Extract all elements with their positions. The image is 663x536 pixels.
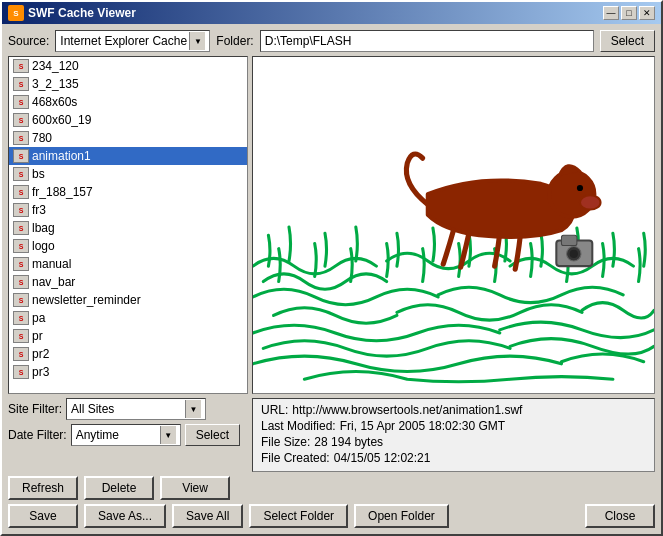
svg-point-2 <box>580 195 601 209</box>
svg-point-7 <box>570 250 578 258</box>
filter-select-button[interactable]: Select <box>185 424 240 446</box>
file-list: S234_120S3_2_135S468x60sS600x60_19S780Sa… <box>8 56 248 394</box>
save-all-button[interactable]: Save All <box>172 504 243 528</box>
date-filter-dropdown[interactable]: Anytime ▼ <box>71 424 181 446</box>
filters-info-area: Site Filter: All Sites ▼ Date Filter: An… <box>8 398 655 472</box>
source-dropdown-arrow: ▼ <box>189 32 205 50</box>
list-item[interactable]: S600x60_19 <box>9 111 247 129</box>
list-item-label: pa <box>32 311 45 325</box>
list-item-label: pr <box>32 329 43 343</box>
info-column: URL: http://www.browsertools.net/animati… <box>252 398 655 472</box>
list-item[interactable]: Sbs <box>9 165 247 183</box>
modified-row: Last Modified: Fri, 15 Apr 2005 18:02:30… <box>261 419 646 433</box>
list-item-label: pr2 <box>32 347 49 361</box>
close-button[interactable]: Close <box>585 504 655 528</box>
list-item[interactable]: S234_120 <box>9 57 247 75</box>
app-window: S SWF Cache Viewer — □ ✕ Source: Interne… <box>0 0 663 536</box>
save-button[interactable]: Save <box>8 504 78 528</box>
swf-file-icon: S <box>13 149 29 163</box>
list-item-label: 780 <box>32 131 52 145</box>
list-item[interactable]: Sanimation1 <box>9 147 247 165</box>
buttons-row2: Save Save As... Save All Select Folder O… <box>8 504 655 528</box>
svg-rect-5 <box>561 235 576 245</box>
swf-file-icon: S <box>13 257 29 271</box>
list-item[interactable]: Snav_bar <box>9 273 247 291</box>
swf-file-icon: S <box>13 95 29 109</box>
list-item[interactable]: Smanual <box>9 255 247 273</box>
list-item[interactable]: S3_2_135 <box>9 75 247 93</box>
close-window-button[interactable]: ✕ <box>639 6 655 20</box>
refresh-button[interactable]: Refresh <box>8 476 78 500</box>
swf-file-icon: S <box>13 131 29 145</box>
swf-file-icon: S <box>13 203 29 217</box>
maximize-button[interactable]: □ <box>621 6 637 20</box>
select-folder-button[interactable]: Select Folder <box>249 504 348 528</box>
created-row: File Created: 04/15/05 12:02:21 <box>261 451 646 465</box>
list-item-label: 468x60s <box>32 95 77 109</box>
list-item-label: manual <box>32 257 71 271</box>
svg-point-3 <box>577 185 583 191</box>
modified-label: Last Modified: <box>261 419 336 433</box>
source-dropdown[interactable]: Internet Explorer Cache ▼ <box>55 30 210 52</box>
size-label: File Size: <box>261 435 310 449</box>
swf-file-icon: S <box>13 365 29 379</box>
folder-path-value: D:\Temp\FLASH <box>265 34 352 48</box>
list-item[interactable]: Spr2 <box>9 345 247 363</box>
list-item[interactable]: S468x60s <box>9 93 247 111</box>
swf-file-icon: S <box>13 239 29 253</box>
buttons-row1: Refresh Delete View <box>8 476 655 500</box>
delete-button[interactable]: Delete <box>84 476 154 500</box>
swf-file-icon: S <box>13 275 29 289</box>
url-value: http://www.browsertools.net/animation1.s… <box>292 403 522 417</box>
list-item[interactable]: Sfr_188_157 <box>9 183 247 201</box>
title-buttons: — □ ✕ <box>603 6 655 20</box>
list-item-label: animation1 <box>32 149 91 163</box>
filters-column: Site Filter: All Sites ▼ Date Filter: An… <box>8 398 248 472</box>
url-label: URL: <box>261 403 288 417</box>
list-item-label: nav_bar <box>32 275 75 289</box>
view-button[interactable]: View <box>160 476 230 500</box>
open-folder-button[interactable]: Open Folder <box>354 504 449 528</box>
size-row: File Size: 28 194 bytes <box>261 435 646 449</box>
date-filter-arrow: ▼ <box>160 426 176 444</box>
list-item[interactable]: Slbag <box>9 219 247 237</box>
swf-file-icon: S <box>13 59 29 73</box>
site-filter-dropdown[interactable]: All Sites ▼ <box>66 398 206 420</box>
save-as-button[interactable]: Save As... <box>84 504 166 528</box>
minimize-button[interactable]: — <box>603 6 619 20</box>
preview-panel <box>252 56 655 394</box>
list-item[interactable]: Spa <box>9 309 247 327</box>
list-item-label: pr3 <box>32 365 49 379</box>
swf-file-icon: S <box>13 77 29 91</box>
swf-file-icon: S <box>13 329 29 343</box>
list-item[interactable]: Spr <box>9 327 247 345</box>
site-filter-arrow: ▼ <box>185 400 201 418</box>
folder-path-display: D:\Temp\FLASH <box>260 30 594 52</box>
header-select-button[interactable]: Select <box>600 30 655 52</box>
url-row: URL: http://www.browsertools.net/animati… <box>261 403 646 417</box>
app-icon: S <box>8 5 24 21</box>
buttons-row2-left: Save Save As... Save All Select Folder O… <box>8 504 449 528</box>
title-bar-left: S SWF Cache Viewer <box>8 5 136 21</box>
list-item-label: logo <box>32 239 55 253</box>
created-label: File Created: <box>261 451 330 465</box>
list-item[interactable]: Sfr3 <box>9 201 247 219</box>
swf-file-icon: S <box>13 167 29 181</box>
list-item[interactable]: S780 <box>9 129 247 147</box>
list-item[interactable]: Snewsletter_reminder <box>9 291 247 309</box>
list-item-label: fr_188_157 <box>32 185 93 199</box>
list-item-label: lbag <box>32 221 55 235</box>
swf-file-icon: S <box>13 311 29 325</box>
swf-file-icon: S <box>13 221 29 235</box>
date-filter-value: Anytime <box>76 428 160 442</box>
camera-object <box>556 235 592 266</box>
list-item-label: 234_120 <box>32 59 79 73</box>
modified-value: Fri, 15 Apr 2005 18:02:30 GMT <box>340 419 505 433</box>
folder-label: Folder: <box>216 34 253 48</box>
preview-svg <box>253 57 654 393</box>
title-bar: S SWF Cache Viewer — □ ✕ <box>2 2 661 24</box>
list-item[interactable]: Slogo <box>9 237 247 255</box>
site-filter-label: Site Filter: <box>8 402 62 416</box>
created-value: 04/15/05 12:02:21 <box>334 451 431 465</box>
list-item[interactable]: Spr3 <box>9 363 247 381</box>
